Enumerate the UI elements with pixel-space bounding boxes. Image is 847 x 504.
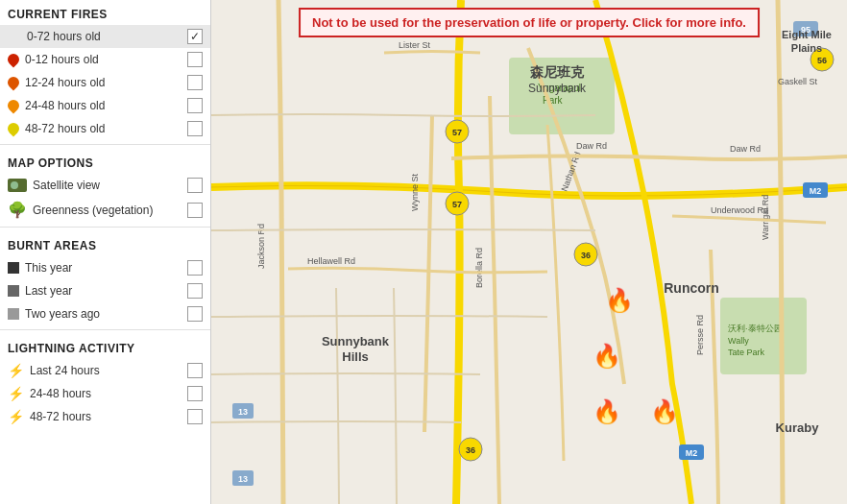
checkbox-0-72h[interactable] [187,29,203,44]
burnt-light-icon [8,308,19,320]
checkbox-lightning-24h[interactable] [187,363,203,378]
svg-text:Eight Mile: Eight Mile [782,29,832,40]
svg-text:森尼班克: 森尼班克 [529,64,585,80]
svg-text:Underwood Rd: Underwood Rd [711,205,768,215]
svg-text:57: 57 [452,128,462,137]
sidebar: CURRENT FIRES 0-72 hours old 0-12 hours … [0,0,211,504]
legend-item-12-24h[interactable]: 12-24 hours old [0,71,210,94]
legend-item-two-years-ago[interactable]: Two years ago [0,302,210,325]
svg-text:57: 57 [452,200,462,209]
legend-label-greenness: Greenness (vegetation) [33,204,182,217]
svg-text:Kuraby: Kuraby [776,420,820,435]
checkbox-12-24h[interactable] [187,75,203,90]
divider-1 [0,144,210,145]
legend-label-lightning-72h: 48-72 hours [30,410,182,423]
svg-text:Plains: Plains [791,42,822,54]
legend-label-satellite: Satellite view [33,179,182,192]
legend-item-0-72h[interactable]: 0-72 hours old [0,25,210,48]
fire-yellow-icon [6,121,22,137]
checkbox-last-year[interactable] [187,283,203,299]
svg-text:Gaskell St: Gaskell St [778,77,818,86]
fire-orange-dark-icon [6,75,22,91]
map-background: Yugarapul Park 沃利·泰特公园 Wally Tate Park J… [211,0,847,504]
svg-text:13: 13 [238,474,248,484]
lightning-24h-icon: ⚡ [8,363,24,378]
checkbox-satellite[interactable] [187,178,203,193]
legend-label-two-years-ago: Two years ago [25,307,182,321]
spacer-icon [8,30,21,43]
legend-item-lightning-72h[interactable]: ⚡ 48-72 hours [0,405,210,428]
checkbox-greenness[interactable] [187,203,203,218]
lightning-72h-icon: ⚡ [8,409,24,424]
svg-text:沃利·泰特公园: 沃利·泰特公园 [728,324,783,333]
legend-item-lightning-48h[interactable]: ⚡ 24-48 hours [0,382,210,405]
section-title-burnt-areas: BURNT AREAS [0,231,210,256]
legend-label-lightning-24h: Last 24 hours [30,364,182,377]
svg-text:Borella Rd: Borella Rd [474,248,484,288]
legend-item-this-year[interactable]: This year [0,256,210,279]
svg-text:M2: M2 [686,448,698,458]
svg-text:Sunnybank: Sunnybank [322,334,390,348]
legend-label-0-72h: 0-72 hours old [27,30,182,43]
svg-text:36: 36 [581,251,591,260]
legend-label-last-year: Last year [25,284,182,298]
legend-label-12-24h: 12-24 hours old [25,76,182,89]
burnt-dark-icon [8,262,19,274]
legend-item-0-12h[interactable]: 0-12 hours old [0,48,210,71]
legend-label-this-year: This year [25,261,182,275]
map-container[interactable]: Not to be used for the preservation of l… [211,0,847,504]
svg-text:Hills: Hills [342,349,368,364]
legend-label-0-12h: 0-12 hours old [25,53,182,66]
divider-2 [0,227,210,228]
svg-text:Daw Rd: Daw Rd [576,141,607,151]
legend-item-greenness[interactable]: 🌳 Greenness (vegetation) [0,197,210,223]
svg-text:Tate Park: Tate Park [728,348,765,357]
fire-marker-4[interactable]: 🔥 [650,398,679,425]
svg-text:13: 13 [238,407,248,417]
legend-item-48-72h[interactable]: 48-72 hours old [0,117,210,140]
divider-3 [0,329,210,330]
tree-icon: 🌳 [8,201,27,219]
fire-marker-3[interactable]: 🔥 [593,398,621,425]
svg-text:M2: M2 [810,186,822,196]
legend-item-satellite[interactable]: Satellite view [0,174,210,197]
checkbox-lightning-72h[interactable] [187,409,203,424]
svg-text:Daw Rd: Daw Rd [730,144,761,154]
checkbox-two-years-ago[interactable] [187,306,203,322]
svg-text:Persse Rd: Persse Rd [695,315,705,355]
checkbox-lightning-48h[interactable] [187,386,203,401]
checkbox-0-12h[interactable] [187,52,203,67]
fire-marker-1[interactable]: 🔥 [605,287,634,314]
legend-label-48-72h: 48-72 hours old [25,122,182,135]
legend-label-lightning-48h: 24-48 hours [30,387,182,400]
legend-label-24-48h: 24-48 hours old [25,99,182,112]
lightning-48h-icon: ⚡ [8,386,24,401]
fire-red-icon [6,52,22,68]
legend-item-24-48h[interactable]: 24-48 hours old [0,94,210,117]
section-title-lightning: LIGHTNING ACTIVITY [0,334,210,359]
satellite-icon [8,179,27,192]
fire-marker-2[interactable]: 🔥 [593,343,621,370]
section-title-map-options: MAP OPTIONS [0,149,210,174]
svg-text:Wynne St: Wynne St [410,174,420,211]
svg-text:36: 36 [466,445,475,455]
svg-text:Wally: Wally [728,336,749,346]
legend-item-last-year[interactable]: Last year [0,279,210,302]
svg-text:Sunnybank: Sunnybank [528,82,587,95]
svg-text:56: 56 [817,56,827,65]
checkbox-this-year[interactable] [187,260,203,276]
legend-item-lightning-24h[interactable]: ⚡ Last 24 hours [0,359,210,382]
checkbox-24-48h[interactable] [187,98,203,113]
svg-text:Warrigal Rd: Warrigal Rd [761,195,770,240]
checkbox-48-72h[interactable] [187,121,203,136]
burnt-medium-icon [8,285,19,297]
svg-text:Lister St: Lister St [399,40,431,50]
section-title-current-fires: CURRENT FIRES [0,0,210,25]
svg-text:Hellawell Rd: Hellawell Rd [307,256,355,266]
fire-orange-icon [6,98,22,114]
map-warning-banner[interactable]: Not to be used for the preservation of l… [299,8,760,37]
svg-text:Runcorn: Runcorn [664,280,719,296]
